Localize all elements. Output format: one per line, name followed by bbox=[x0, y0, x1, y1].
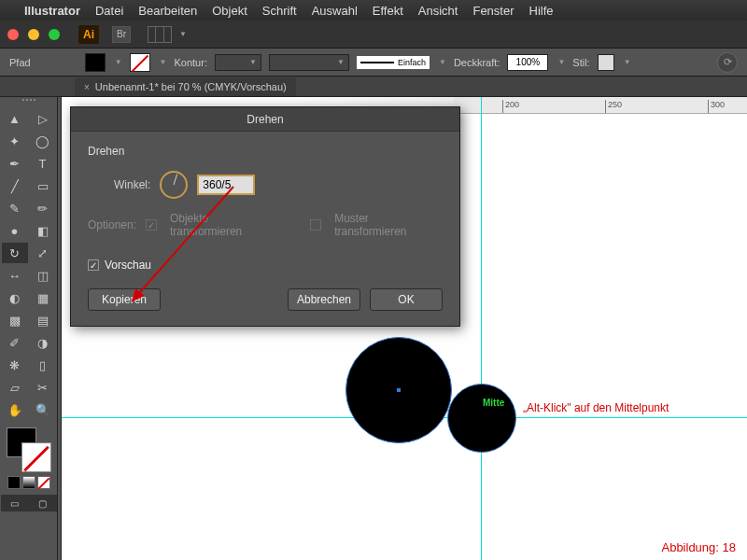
illustrator-logo-icon: Ai bbox=[78, 25, 99, 44]
artwork-circle-large[interactable] bbox=[345, 337, 452, 443]
perspective-tool[interactable]: ▦ bbox=[30, 287, 56, 308]
variable-width-select[interactable]: ▼ bbox=[269, 54, 349, 71]
chevron-down-icon[interactable]: ▼ bbox=[160, 58, 167, 66]
ok-button[interactable]: OK bbox=[370, 288, 443, 311]
eyedropper-tool[interactable]: ✐ bbox=[2, 332, 28, 353]
graphic-style-swatch[interactable] bbox=[598, 54, 614, 71]
window-close-icon[interactable] bbox=[7, 29, 19, 40]
window-minimize-icon[interactable] bbox=[28, 29, 39, 40]
control-bar: Pfad ▼ ▼ Kontur: ▼ ▼ Einfach▼ Deckkraft:… bbox=[0, 49, 747, 77]
guide-vertical[interactable] bbox=[481, 97, 482, 560]
menu-type[interactable]: Schrift bbox=[262, 4, 297, 18]
draw-mode-button[interactable]: ▭ bbox=[1, 495, 29, 511]
blend-tool[interactable]: ◑ bbox=[30, 332, 56, 353]
artboard-tool[interactable]: ▱ bbox=[2, 377, 28, 398]
document-tab[interactable]: × Unbenannt-1* bei 70 % (CMYK/Vorschau) bbox=[75, 77, 296, 96]
close-tab-icon[interactable]: × bbox=[84, 82, 90, 92]
menu-effect[interactable]: Effekt bbox=[373, 4, 403, 18]
annotation-alt-click: „Alt-Klick" auf den Mittelpunkt bbox=[523, 401, 669, 414]
style-label: Stil: bbox=[572, 57, 589, 68]
fill-stroke-control[interactable] bbox=[7, 427, 51, 472]
hand-tool[interactable]: ✋ bbox=[2, 399, 28, 420]
magic-wand-tool[interactable]: ✦ bbox=[2, 131, 28, 151]
copy-button[interactable]: Kopieren bbox=[88, 288, 161, 311]
stroke-label: Kontur: bbox=[174, 57, 206, 68]
transform-patterns-label: Muster transformieren bbox=[334, 212, 443, 238]
blob-brush-tool[interactable]: ● bbox=[2, 220, 28, 241]
mac-menubar: Illustrator Datei Bearbeiten Objekt Schr… bbox=[0, 0, 747, 21]
menu-window[interactable]: Fenster bbox=[472, 4, 514, 18]
none-mode-icon[interactable] bbox=[37, 476, 50, 489]
document-tab-bar: × Unbenannt-1* bei 70 % (CMYK/Vorschau) bbox=[0, 77, 747, 97]
mesh-tool[interactable]: ▩ bbox=[2, 310, 28, 330]
menu-file[interactable]: Datei bbox=[95, 4, 123, 18]
menu-object[interactable]: Objekt bbox=[212, 4, 247, 18]
stroke-weight-select[interactable]: ▼ bbox=[215, 54, 261, 71]
menu-view[interactable]: Ansicht bbox=[418, 4, 458, 18]
chevron-down-icon[interactable]: ▼ bbox=[115, 58, 122, 66]
preview-checkbox[interactable] bbox=[88, 259, 99, 271]
pen-tool[interactable]: ✒ bbox=[2, 153, 28, 174]
selection-tool[interactable]: ▲ bbox=[2, 108, 28, 129]
rotate-tool[interactable]: ↻ bbox=[2, 243, 28, 263]
lasso-tool[interactable]: ◯ bbox=[30, 131, 56, 151]
selection-type-label: Pfad bbox=[9, 57, 31, 68]
fill-swatch[interactable] bbox=[85, 53, 106, 72]
dialog-section-label: Drehen bbox=[88, 145, 443, 158]
brush-definition-select[interactable]: Einfach bbox=[357, 56, 430, 69]
menu-app[interactable]: Illustrator bbox=[24, 4, 80, 18]
symbol-sprayer-tool[interactable]: ❋ bbox=[2, 355, 28, 375]
type-tool[interactable]: T bbox=[30, 153, 56, 174]
transform-objects-label: Objekte transformieren bbox=[170, 212, 282, 238]
rotate-dialog: Drehen Drehen Winkel: Optionen: Objekte … bbox=[70, 106, 460, 327]
angle-label: Winkel: bbox=[114, 178, 150, 191]
smart-guide-label: Mitte bbox=[483, 398, 504, 408]
stroke-swatch[interactable] bbox=[130, 53, 150, 72]
ruler-tick: 300 bbox=[708, 100, 725, 113]
preview-label: Vorschau bbox=[105, 259, 151, 272]
transform-objects-checkbox bbox=[146, 219, 157, 231]
shape-builder-tool[interactable]: ◐ bbox=[2, 287, 28, 308]
angle-dial[interactable] bbox=[160, 171, 188, 199]
color-mode-icon[interactable] bbox=[7, 476, 21, 489]
stroke-color-icon[interactable] bbox=[21, 442, 51, 472]
menu-edit[interactable]: Bearbeiten bbox=[138, 4, 197, 18]
figure-label: Abbildung: 18 bbox=[661, 540, 736, 554]
free-transform-tool[interactable]: ◫ bbox=[30, 265, 56, 286]
transform-patterns-checkbox bbox=[310, 219, 321, 231]
column-graph-tool[interactable]: ▯ bbox=[30, 355, 56, 375]
window-zoom-icon[interactable] bbox=[49, 29, 60, 40]
document-tab-label: Unbenannt-1* bei 70 % (CMYK/Vorschau) bbox=[95, 81, 287, 92]
tools-panel: ▲ ▷ ✦ ◯ ✒ T ╱ ▭ ✎ ✏ ● ◧ ↻ ⤢ ↔ ◫ ◐ ▦ ▩ ▤ … bbox=[0, 97, 58, 560]
pencil-tool[interactable]: ✏ bbox=[30, 198, 56, 218]
angle-input[interactable] bbox=[197, 175, 255, 195]
artwork-circle-small[interactable] bbox=[447, 384, 516, 453]
gradient-tool[interactable]: ▤ bbox=[30, 310, 56, 330]
gradient-mode-icon[interactable] bbox=[22, 476, 35, 489]
direct-selection-tool[interactable]: ▷ bbox=[30, 108, 56, 129]
screen-mode-button[interactable]: ▢ bbox=[29, 495, 57, 511]
chevron-down-icon[interactable]: ▼ bbox=[439, 58, 446, 66]
app-bar: Ai Br ▼ bbox=[0, 21, 747, 49]
eraser-tool[interactable]: ◧ bbox=[30, 220, 56, 241]
chevron-down-icon[interactable]: ▼ bbox=[624, 58, 631, 66]
slice-tool[interactable]: ✂ bbox=[30, 377, 56, 398]
zoom-tool[interactable]: 🔍 bbox=[30, 399, 56, 420]
opacity-input[interactable]: 100% bbox=[507, 54, 548, 71]
sync-settings-icon[interactable]: ⟳ bbox=[717, 52, 738, 73]
menu-help[interactable]: Hilfe bbox=[529, 4, 554, 18]
scale-tool[interactable]: ⤢ bbox=[30, 243, 56, 263]
menu-select[interactable]: Auswahl bbox=[312, 4, 358, 18]
paintbrush-tool[interactable]: ✎ bbox=[2, 198, 28, 218]
bridge-button[interactable]: Br bbox=[112, 26, 131, 43]
panel-grip-icon[interactable] bbox=[1, 99, 57, 106]
chevron-down-icon[interactable]: ▼ bbox=[557, 58, 565, 66]
chevron-down-icon[interactable]: ▼ bbox=[179, 30, 187, 38]
cancel-button[interactable]: Abbrechen bbox=[288, 288, 360, 311]
rectangle-tool[interactable]: ▭ bbox=[30, 175, 56, 196]
options-label: Optionen: bbox=[88, 218, 136, 231]
width-tool[interactable]: ↔ bbox=[2, 265, 28, 286]
line-tool[interactable]: ╱ bbox=[2, 175, 28, 196]
ruler-tick: 250 bbox=[605, 100, 622, 113]
arrange-documents-button[interactable] bbox=[148, 26, 172, 43]
